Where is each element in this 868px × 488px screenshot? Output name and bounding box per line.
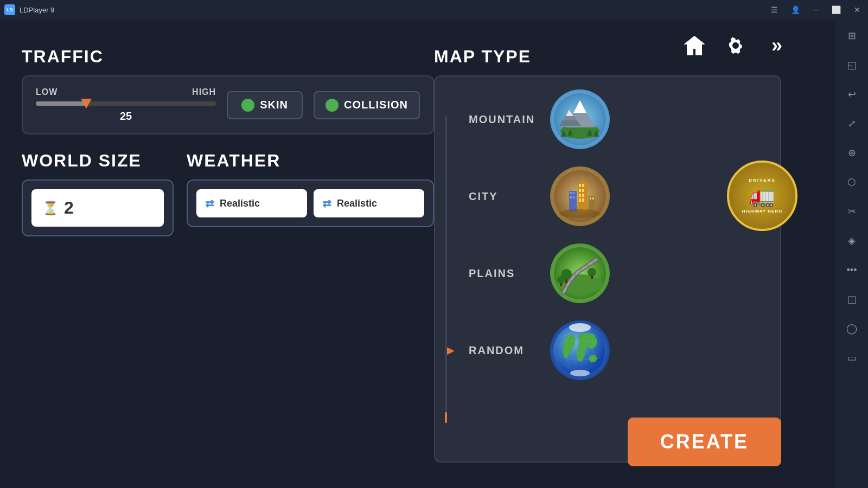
skin-toggle-label: SKIN bbox=[260, 99, 288, 111]
drivers-text: DRIVERS bbox=[749, 178, 776, 183]
svg-rect-18 bbox=[573, 196, 575, 198]
world-size-inner[interactable]: ⏳ 2 bbox=[31, 189, 164, 227]
slider-fill bbox=[36, 101, 86, 106]
world-size-section: WORLD SIZE ⏳ 2 bbox=[22, 151, 174, 236]
skin-toggle-dot bbox=[241, 99, 254, 112]
map-type-panel: MAP TYPE MOUNTAIN bbox=[434, 47, 781, 466]
collision-toggle-dot bbox=[326, 99, 339, 112]
title-bar: LD LDPlayer 9 ☰ 👤 ─ ⬜ ✕ bbox=[0, 0, 868, 20]
right-sidebar: ⊞ ◱ ↩ ⤢ ⊕ ⬡ ✂ ◈ ••• ◫ ◯ ▭ bbox=[835, 20, 868, 488]
scroll-thumb bbox=[445, 412, 447, 423]
svg-rect-36 bbox=[565, 279, 567, 283]
slider-labels: LOW HIGH bbox=[36, 87, 216, 97]
sidebar-icon-ring[interactable]: ◯ bbox=[842, 319, 861, 338]
world-size-box: ⏳ 2 bbox=[22, 179, 174, 236]
traffic-box: LOW HIGH 25 SKIN COLLISION bbox=[22, 75, 434, 134]
hourglass-icon: ⏳ bbox=[42, 201, 59, 216]
slider-low-label: LOW bbox=[36, 87, 58, 97]
maximize-btn[interactable]: ⬜ bbox=[828, 4, 844, 15]
minimize-btn[interactable]: ─ bbox=[810, 4, 822, 15]
svg-rect-29 bbox=[589, 196, 595, 211]
svg-point-37 bbox=[588, 268, 596, 277]
map-mountain-label: MOUNTAIN bbox=[469, 113, 539, 126]
traffic-slider-area: LOW HIGH 25 bbox=[36, 87, 216, 123]
map-type-title: MAP TYPE bbox=[434, 47, 781, 67]
world-size-value: 2 bbox=[64, 198, 74, 218]
map-mountain-image bbox=[550, 89, 610, 149]
slider-high-label: HIGH bbox=[192, 87, 216, 97]
profile-icon[interactable]: 👤 bbox=[788, 4, 803, 15]
svg-rect-25 bbox=[582, 194, 584, 197]
plains-svg bbox=[553, 246, 607, 300]
map-city-image bbox=[550, 166, 610, 226]
svg-rect-16 bbox=[573, 192, 575, 194]
map-random-image bbox=[550, 320, 610, 380]
sidebar-icon-back[interactable]: ↩ bbox=[842, 85, 861, 104]
sidebar-icon-rect[interactable]: ▭ bbox=[842, 348, 861, 368]
weather-title: WEATHER bbox=[187, 151, 434, 171]
collision-toggle-label: COLLISION bbox=[344, 99, 408, 111]
skin-toggle[interactable]: SKIN bbox=[227, 91, 303, 119]
window-controls: ☰ 👤 ─ ⬜ ✕ bbox=[768, 4, 864, 15]
sidebar-icon-resize[interactable]: ⤢ bbox=[842, 114, 861, 133]
slider-value: 25 bbox=[36, 110, 216, 123]
weather-icon-2: ⇄ bbox=[322, 197, 331, 210]
map-item-city[interactable]: CITY bbox=[462, 162, 769, 230]
globe-svg bbox=[553, 323, 607, 377]
map-plains-image bbox=[550, 243, 610, 303]
menu-icon[interactable]: ☰ bbox=[768, 4, 781, 15]
slider-track[interactable] bbox=[36, 101, 216, 106]
svg-point-46 bbox=[569, 323, 591, 332]
map-type-box: MOUNTAIN bbox=[434, 75, 781, 463]
svg-rect-31 bbox=[592, 197, 594, 200]
app-title: LDPlayer 9 bbox=[20, 6, 54, 14]
svg-rect-26 bbox=[579, 198, 581, 202]
weather-option-1[interactable]: ⇄ Realistic bbox=[196, 189, 307, 217]
app-logo: LD bbox=[4, 4, 15, 15]
create-button[interactable]: CREATE bbox=[628, 418, 781, 466]
sidebar-icon-screen[interactable]: ◱ bbox=[842, 55, 861, 75]
weather-box: ⇄ Realistic ⇄ Realistic bbox=[187, 179, 434, 227]
svg-point-47 bbox=[570, 370, 590, 376]
svg-rect-27 bbox=[582, 198, 584, 202]
close-btn[interactable]: ✕ bbox=[851, 4, 864, 15]
weather-option-2[interactable]: ⇄ Realistic bbox=[314, 189, 424, 217]
bottom-row: WORLD SIZE ⏳ 2 WEATHER ⇄ Realistic bbox=[22, 151, 434, 236]
map-items-list: MOUNTAIN bbox=[462, 85, 769, 384]
map-item-mountain[interactable]: MOUNTAIN bbox=[462, 85, 769, 153]
sidebar-icon-scissors[interactable]: ✂ bbox=[842, 202, 861, 221]
map-item-plains[interactable]: PLAINS bbox=[462, 239, 769, 307]
svg-rect-38 bbox=[591, 275, 593, 279]
sidebar-icon-hex[interactable]: ⬡ bbox=[842, 172, 861, 192]
weather-label-1: Realistic bbox=[220, 198, 260, 209]
city-svg bbox=[553, 169, 607, 223]
truck-icon: 🚛 bbox=[749, 184, 775, 208]
weather-section: WEATHER ⇄ Realistic ⇄ Realistic bbox=[187, 151, 434, 227]
svg-rect-30 bbox=[590, 197, 591, 200]
svg-rect-20 bbox=[579, 184, 581, 187]
traffic-title: TRAFFIC bbox=[22, 47, 434, 67]
sidebar-icon-more[interactable]: ••• bbox=[842, 260, 861, 280]
map-plains-label: PLAINS bbox=[469, 267, 539, 280]
collision-toggle[interactable]: COLLISION bbox=[314, 91, 420, 119]
left-panel: TRAFFIC LOW HIGH 25 SKIN COLLISI bbox=[22, 47, 434, 236]
map-item-random[interactable]: RANDOM bbox=[462, 316, 769, 384]
svg-rect-21 bbox=[582, 184, 584, 187]
svg-point-32 bbox=[559, 209, 601, 218]
sidebar-icon-panel[interactable]: ◫ bbox=[842, 290, 861, 309]
svg-rect-17 bbox=[570, 196, 572, 198]
sidebar-icon-circle[interactable]: ⊕ bbox=[842, 143, 861, 163]
sidebar-icon-layers[interactable]: ◈ bbox=[842, 231, 861, 251]
weather-label-2: Realistic bbox=[337, 198, 377, 209]
slider-thumb bbox=[81, 99, 92, 108]
world-size-title: WORLD SIZE bbox=[22, 151, 174, 171]
svg-point-39 bbox=[557, 276, 565, 284]
svg-rect-24 bbox=[579, 194, 581, 197]
weather-icon-1: ⇄ bbox=[205, 197, 214, 210]
mountain-svg bbox=[553, 92, 607, 146]
sidebar-icon-grid[interactable]: ⊞ bbox=[842, 26, 861, 46]
highway-hero-logo: DRIVERS 🚛 HIGHWAY HERO bbox=[727, 160, 797, 231]
main-content: » TRAFFIC LOW HIGH 25 SKIN bbox=[0, 20, 835, 488]
map-city-label: CITY bbox=[469, 190, 539, 203]
map-random-label: RANDOM bbox=[469, 344, 539, 357]
